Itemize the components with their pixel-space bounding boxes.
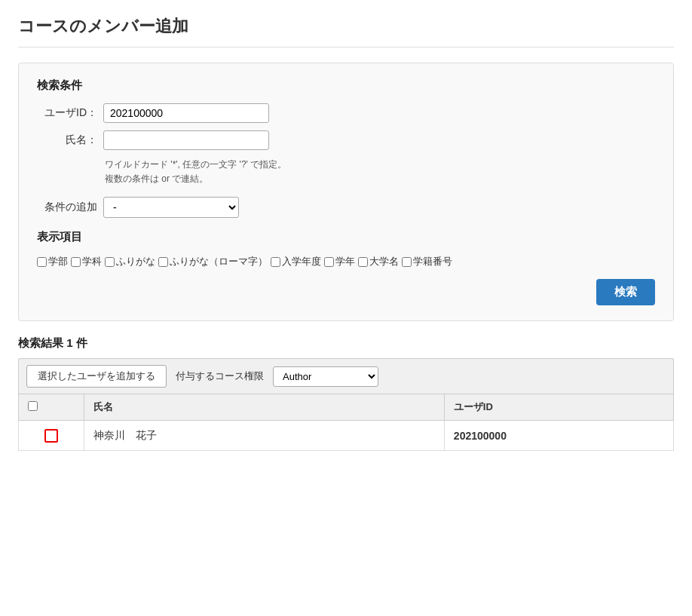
checkbox-gakka[interactable]: 学科 [71, 255, 102, 268]
user-id-input[interactable] [103, 103, 269, 123]
results-toolbar: 選択したユーザを追加する 付与するコース権限 Author Instructor… [18, 358, 674, 394]
th-userid: ユーザID [444, 394, 673, 421]
checkbox-nyuugaku[interactable]: 入学年度 [271, 255, 321, 268]
table-header: 氏名 ユーザID [19, 394, 674, 421]
add-selected-users-button[interactable]: 選択したユーザを追加する [26, 365, 167, 388]
search-button-row: 検索 [37, 279, 655, 305]
header-row: 氏名 ユーザID [19, 394, 674, 421]
role-select[interactable]: Author Instructor Student Teaching Assis… [273, 366, 378, 387]
condition-select[interactable]: - [103, 197, 239, 218]
checkbox-furigana-input[interactable] [105, 257, 115, 267]
name-label: 氏名： [37, 133, 97, 147]
checkbox-furigana[interactable]: ふりがな [105, 255, 155, 268]
checkbox-gakka-input[interactable] [71, 257, 81, 267]
role-label: 付与するコース権限 [176, 369, 264, 383]
checkbox-furigana-roman[interactable]: ふりがな（ローマ字） [158, 255, 268, 268]
user-id-label: ユーザID： [37, 106, 97, 120]
row-name-cell: 神奈川 花子 [84, 421, 444, 450]
condition-add-label: 条件の追加 [37, 201, 97, 214]
checkbox-nyuugaku-input[interactable] [271, 257, 280, 267]
th-name: 氏名 [84, 394, 444, 421]
page-title: コースのメンバー追加 [18, 15, 674, 48]
name-row: 氏名： [37, 130, 655, 150]
checkbox-gakubu[interactable]: 学部 [37, 255, 68, 268]
search-panel: 検索条件 ユーザID： 氏名： ワイルドカード '*', 任意の一文字 '?' … [18, 63, 674, 321]
checkbox-gakuseki-input[interactable] [402, 257, 412, 267]
checkbox-gakunen-input[interactable] [324, 257, 334, 267]
results-table: 氏名 ユーザID 神奈川 花子 202100000 [18, 394, 674, 450]
checkbox-daigaku[interactable]: 大学名 [358, 255, 399, 268]
display-items-label: 表示項目 [37, 230, 655, 244]
user-id-row: ユーザID： [37, 103, 655, 123]
table-body: 神奈川 花子 202100000 [19, 421, 674, 450]
row-userid-cell: 202100000 [444, 421, 673, 450]
checkbox-daigaku-input[interactable] [358, 257, 368, 267]
checkbox-gakuseki[interactable]: 学籍番号 [402, 255, 452, 268]
results-section: 検索結果 1 件 選択したユーザを追加する 付与するコース権限 Author I… [18, 336, 674, 450]
condition-row: 条件の追加 - [37, 197, 655, 218]
name-input[interactable] [103, 130, 269, 150]
hint-text: ワイルドカード '*', 任意の一文字 '?' で指定。 複数の条件は or で… [105, 158, 655, 186]
row-checkbox[interactable] [44, 429, 58, 443]
table-row: 神奈川 花子 202100000 [19, 421, 674, 450]
th-check [19, 394, 84, 421]
row-check-cell [19, 421, 84, 450]
checkbox-gakunen[interactable]: 学年 [324, 255, 355, 268]
checkbox-gakubu-input[interactable] [37, 257, 47, 267]
checkbox-furigana-roman-input[interactable] [158, 257, 168, 267]
results-title: 検索結果 1 件 [18, 336, 674, 351]
search-conditions-label: 検索条件 [37, 78, 655, 93]
checkbox-group: 学部 学科 ふりがな ふりがな（ローマ字） 入学年度 [37, 255, 655, 268]
select-all-checkbox[interactable] [28, 401, 38, 411]
display-items-section: 表示項目 学部 学科 ふりがな ふりがな（ローマ字） [37, 230, 655, 268]
search-button[interactable]: 検索 [596, 279, 655, 305]
page-container: コースのメンバー追加 検索条件 ユーザID： 氏名： ワイルドカード '*', … [0, 0, 692, 616]
